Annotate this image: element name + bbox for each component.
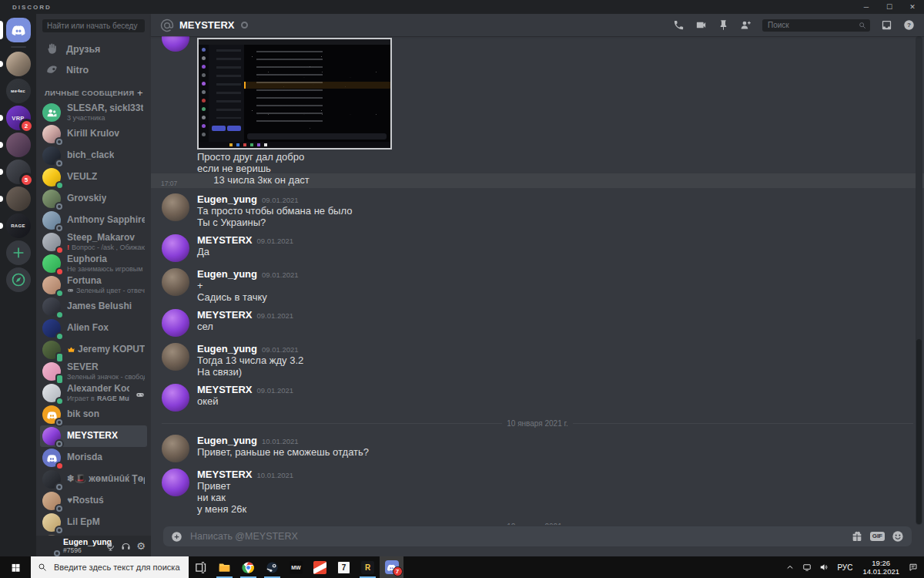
rail-item-explore[interactable] <box>0 267 36 292</box>
message-input[interactable] <box>189 530 845 543</box>
pin-icon[interactable] <box>718 19 729 31</box>
dm-item-rostus[interactable]: ♥Rostuś <box>40 490 147 512</box>
dm-item-alien-fox[interactable]: Alien Fox <box>40 318 147 339</box>
add-friend-icon[interactable] <box>740 19 752 31</box>
avatar[interactable] <box>162 309 189 337</box>
start-button[interactable] <box>0 556 31 578</box>
rail-item-server-photo-1[interactable] <box>0 52 36 76</box>
gift-icon[interactable] <box>851 530 863 543</box>
avatar[interactable] <box>162 343 189 371</box>
chat-search[interactable] <box>762 19 870 32</box>
speaker-icon[interactable] <box>815 556 832 578</box>
avatar[interactable] <box>162 36 189 52</box>
message-line[interactable]: Привет <box>197 480 913 492</box>
dm-item-bich-clack[interactable]: bich_clack <box>40 145 147 166</box>
rail-item-vrp[interactable]: VRP2 <box>0 106 36 130</box>
message-line[interactable]: На связи) <box>197 366 913 378</box>
sidebar-item-nitro[interactable]: Nitro <box>40 59 147 80</box>
rail-item-add-server[interactable] <box>0 240 36 265</box>
taskbar-app-rage-mp[interactable]: R <box>356 556 380 578</box>
avatar[interactable] <box>162 193 189 221</box>
taskbar-app-z-launcher[interactable] <box>308 556 332 578</box>
taskbar-app-discord[interactable]: 7 <box>380 556 403 578</box>
avatar[interactable] <box>162 234 189 262</box>
help-icon[interactable]: ? <box>903 19 915 31</box>
message-line[interactable]: Да <box>197 246 913 257</box>
message-line[interactable]: ни как <box>197 492 913 503</box>
taskbar-app-task-view[interactable] <box>189 556 213 578</box>
message-line[interactable]: если не веришь <box>197 163 913 174</box>
chat-search-input[interactable] <box>766 20 855 30</box>
close-button[interactable]: ✕ <box>901 0 924 14</box>
rail-item-home[interactable] <box>0 18 36 42</box>
dm-item-morisda[interactable]: Morisda <box>40 447 147 469</box>
dm-item-slesar[interactable]: SLESAR, sickl33t3 участника <box>40 102 147 123</box>
sidebar-item-friends[interactable]: Друзья <box>40 39 147 59</box>
clock[interactable]: 19:26 14.01.2021 <box>857 559 905 576</box>
dm-item-alexander[interactable]: Alexander KochubeyИграет в RAGE Multipla… <box>40 382 147 404</box>
create-dm-icon[interactable]: + <box>137 87 143 99</box>
dm-item-jeremy[interactable]: Jeremy KOPUTO... <box>40 339 147 361</box>
message-line[interactable]: у меня 26к <box>197 503 913 515</box>
dm-item-sever[interactable]: SEVERЗеленый значок - свободен.... <box>40 361 147 382</box>
gif-picker-icon[interactable]: GIF <box>870 532 885 541</box>
message-line[interactable]: Садись в тачку <box>197 291 913 303</box>
scrollbar-thumb[interactable] <box>916 339 922 524</box>
action-center-icon[interactable] <box>905 556 922 578</box>
video-call-icon[interactable] <box>695 19 707 31</box>
taskbar-app-file-explorer[interactable] <box>213 556 236 578</box>
message-line[interactable]: Просто друг дал добро <box>197 151 913 163</box>
message-line[interactable]: окей <box>197 395 913 407</box>
dm-item-zhomunik[interactable]: ❄🎩 жѳмûнûќ Ţѳρɛ... <box>40 469 147 490</box>
rail-item-server-photo-3[interactable]: 5 <box>0 160 36 184</box>
minimize-button[interactable]: ─ <box>855 0 878 14</box>
message-composer[interactable]: GIF <box>163 526 912 546</box>
headphones-icon[interactable] <box>121 541 131 551</box>
taskbar-app-seven-app[interactable]: 7 <box>332 556 356 578</box>
message-line[interactable]: 17:0713 числа 3кк он даст <box>197 174 913 187</box>
message-line[interactable]: Ты с Украины? <box>197 217 913 228</box>
avatar[interactable] <box>162 435 189 462</box>
quick-switcher[interactable] <box>42 18 145 32</box>
taskbar-app-chrome[interactable] <box>236 556 260 578</box>
avatar[interactable] <box>162 384 189 412</box>
dm-item-meysterx[interactable]: MEYSTERX <box>40 425 147 447</box>
attachment-image[interactable] <box>197 38 392 150</box>
network-icon[interactable] <box>798 556 815 578</box>
language-indicator[interactable]: РУС <box>832 563 857 572</box>
avatar[interactable] <box>162 469 189 496</box>
dm-item-veulz[interactable]: VEULZ <box>40 166 147 188</box>
dm-item-grovskiy[interactable]: Grovskiy <box>40 188 147 210</box>
message-list[interactable]: MEYSTERX09.01.2021Просто друг дал доброе… <box>151 36 924 525</box>
taskbar-search-input[interactable] <box>52 562 182 573</box>
taskbar-search[interactable] <box>31 556 189 578</box>
rail-item-rage[interactable]: RAGE <box>0 213 36 238</box>
taskbar-app-steam[interactable] <box>260 556 284 578</box>
rail-item-me4ks[interactable]: ме4кс <box>0 79 36 103</box>
attach-plus-icon[interactable] <box>171 531 182 543</box>
dm-item-steep-makarov[interactable]: Steep_Makarov!Вопрос - /ask , Обижаю... <box>40 231 147 253</box>
rail-item-server-photo-4[interactable] <box>0 187 36 211</box>
emoji-picker-icon[interactable] <box>892 530 904 543</box>
dm-item-fortuna[interactable]: FortunaЗеленый цвет - отвечаю ... <box>40 274 147 296</box>
mic-icon[interactable] <box>105 541 116 551</box>
dm-item-anthony[interactable]: Anthony Sapphire <box>40 210 147 231</box>
rail-item-server-photo-2[interactable] <box>0 133 36 157</box>
message-line[interactable]: + <box>197 280 913 291</box>
message-line[interactable]: Привет, раньше не сможешь отдать? <box>197 446 913 458</box>
message-line[interactable]: Тогда 13 числа жду 3.2 <box>197 355 913 366</box>
inbox-icon[interactable] <box>881 19 892 31</box>
voice-call-icon[interactable] <box>673 19 685 31</box>
dm-item-james-belushi[interactable]: James Belushi <box>40 296 147 318</box>
quick-switcher-input[interactable] <box>42 19 145 32</box>
chat-scrollbar[interactable] <box>916 36 922 525</box>
message-line[interactable]: сел <box>197 321 913 332</box>
dm-item-lil-epm[interactable]: Lil EpM <box>40 512 147 533</box>
gear-icon[interactable]: ⚙ <box>136 541 146 551</box>
dm-item-kirill[interactable]: Kirill Krulov <box>40 123 147 145</box>
dm-item-bik-son[interactable]: bik son <box>40 404 147 425</box>
taskbar-app-mw-app[interactable]: MW <box>284 556 308 578</box>
message-line[interactable]: Та просто чтобы обмана не было <box>197 205 913 217</box>
maximize-button[interactable]: ☐ <box>878 0 901 14</box>
dm-item-euphoria[interactable]: EuphoriaНе занимаюсь игровым про... <box>40 253 147 274</box>
